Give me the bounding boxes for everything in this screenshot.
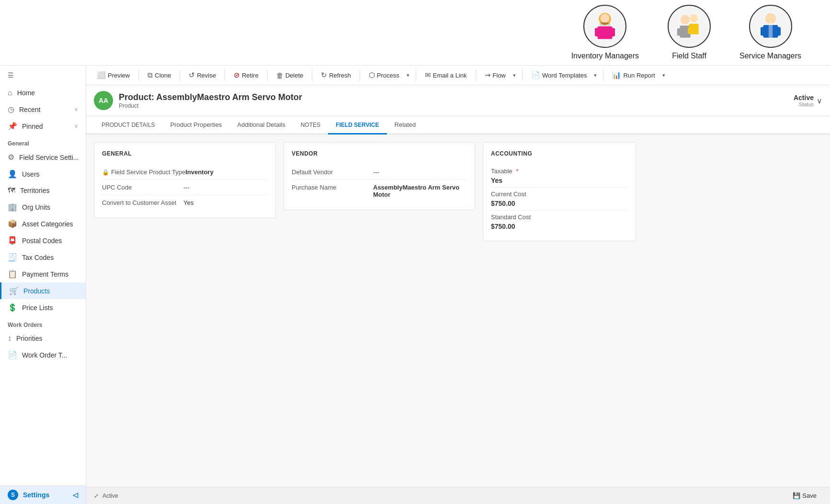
toolbar-sep-4	[267, 69, 268, 81]
clone-icon: ⧉	[148, 71, 153, 79]
sidebar-item-territories[interactable]: 🗺 Territories	[0, 182, 86, 199]
sidebar-item-label: Recent	[19, 106, 40, 113]
word-templates-chevron[interactable]: ▾	[591, 70, 599, 81]
sidebar-item-label: Work Order T...	[22, 351, 67, 359]
sidebar-item-priorities[interactable]: ↕ Priorities	[0, 330, 86, 347]
status-bar-right: 💾 Save	[787, 490, 822, 501]
record-title: Product: AssemblyMaestro Arm Servo Motor	[119, 92, 302, 102]
tab-product-details[interactable]: PRODUCT DETAILS	[94, 117, 163, 134]
products-icon: 🛒	[9, 286, 19, 295]
flow-button[interactable]: ⇝ Flow	[480, 68, 511, 82]
record-header: AA Product: AssemblyMaestro Arm Servo Mo…	[86, 85, 830, 116]
tab-product-properties[interactable]: Product Properties	[163, 116, 230, 134]
run-report-chevron[interactable]: ▾	[660, 70, 668, 81]
expand-icon: ∨	[74, 123, 78, 129]
svg-rect-18	[768, 25, 772, 38]
sidebar-item-tax-codes[interactable]: 🧾 Tax Codes	[0, 249, 86, 266]
flow-icon: ⇝	[485, 71, 491, 79]
tab-related[interactable]: Related	[387, 116, 424, 134]
sidebar-item-pinned[interactable]: 📌 Pinned ∨	[0, 118, 86, 134]
sidebar-item-asset-categories[interactable]: 📦 Asset Categories	[0, 215, 86, 232]
flow-button-group[interactable]: ⇝ Flow ▾	[480, 68, 518, 82]
tab-label: PRODUCT DETAILS	[102, 122, 155, 128]
sidebar-item-work-order-types[interactable]: 📄 Work Order T...	[0, 347, 86, 363]
sidebar-item-home[interactable]: ⌂ Home	[0, 85, 86, 101]
sidebar-item-postal-codes[interactable]: 📮 Postal Codes	[0, 232, 86, 249]
tab-bar: PRODUCT DETAILS Product Properties Addit…	[86, 116, 830, 134]
sidebar-item-org-units[interactable]: 🏢 Org Units	[0, 199, 86, 215]
clone-label: Clone	[155, 72, 171, 79]
preview-icon: ⬜	[97, 71, 106, 79]
word-templates-button-group[interactable]: 📄 Word Templates ▾	[526, 68, 599, 82]
standard-cost-value: $750.00	[491, 223, 628, 230]
status-bar-left: ⤢ Active	[94, 493, 118, 499]
save-icon: 💾	[793, 492, 800, 499]
email-link-label: Email a Link	[433, 72, 467, 79]
record-status-area: Active Status ∨	[794, 94, 822, 107]
svg-rect-17	[776, 27, 780, 35]
persona-avatar-field-staff	[668, 5, 711, 48]
sidebar-item-recent[interactable]: ◷ Recent ∨	[0, 101, 86, 118]
taxable-value: Yes	[491, 177, 628, 184]
retire-button[interactable]: ⊘ Retire	[229, 68, 263, 82]
price-lists-icon: 💲	[8, 303, 17, 312]
purchase-name-row: Purchase Name AssemblyMaestro Arm Servo …	[292, 180, 467, 202]
delete-button[interactable]: 🗑 Delete	[272, 69, 308, 82]
required-indicator: *	[516, 168, 518, 175]
default-vendor-label: Default Vendor	[292, 168, 373, 176]
purchase-name-label: Purchase Name	[292, 184, 373, 191]
svg-rect-1	[598, 26, 613, 39]
retire-label: Retire	[242, 72, 259, 79]
run-report-button[interactable]: 📊 Run Report	[607, 68, 659, 82]
org-units-icon: 🏢	[8, 202, 17, 212]
sidebar-item-settings[interactable]: S Settings ◁	[0, 485, 86, 504]
sidebar-item-payment-terms[interactable]: 📋 Payment Terms	[0, 266, 86, 282]
tab-label: NOTES	[301, 122, 320, 128]
process-chevron[interactable]: ▾	[404, 70, 412, 81]
sidebar-item-label: Users	[22, 170, 40, 178]
status-dropdown-button[interactable]: ∨	[817, 96, 822, 105]
sidebar-item-price-lists[interactable]: 💲 Price Lists	[0, 299, 86, 316]
clone-button[interactable]: ⧉ Clone	[143, 68, 176, 82]
general-card: GENERAL 🔒 Field Service Product Type Inv…	[94, 142, 276, 218]
current-cost-label: Current Cost	[491, 190, 628, 198]
settings-chevron-icon: ◁	[73, 491, 78, 499]
hamburger-menu[interactable]: ☰	[0, 66, 86, 85]
sidebar-item-users[interactable]: 👤 Users	[0, 166, 86, 182]
process-button-group[interactable]: ⬡ Process ▾	[364, 68, 412, 82]
svg-rect-3	[611, 28, 615, 37]
payment-terms-icon: 📋	[8, 269, 17, 279]
preview-button[interactable]: ⬜ Preview	[92, 68, 135, 82]
tab-notes[interactable]: NOTES	[293, 117, 328, 134]
sidebar-item-label: Home	[17, 89, 35, 97]
revise-button[interactable]: ↺ Revise	[184, 68, 221, 82]
work-order-types-icon: 📄	[8, 350, 17, 359]
sidebar-item-label: Payment Terms	[22, 270, 68, 278]
flow-chevron[interactable]: ▾	[511, 70, 518, 81]
svg-point-6	[681, 15, 690, 24]
pin-icon: 📌	[8, 122, 17, 131]
delete-icon: 🗑	[276, 71, 284, 79]
sidebar: ☰ ⌂ Home ◷ Recent ∨ 📌 Pinned ∨ General ⚙…	[0, 66, 86, 504]
toolbar-sep-10	[603, 69, 603, 81]
save-button[interactable]: 💾 Save	[787, 490, 822, 501]
email-link-button[interactable]: ✉ Email a Link	[420, 68, 472, 82]
toolbar-sep-9	[522, 69, 523, 81]
record-status-label: Status	[799, 101, 814, 107]
tab-additional-details[interactable]: Additional Details	[229, 116, 293, 134]
process-button[interactable]: ⬡ Process	[364, 68, 404, 82]
word-templates-button[interactable]: 📄 Word Templates	[526, 68, 591, 82]
default-vendor-row: Default Vendor ---	[292, 165, 467, 180]
sidebar-item-label: Postal Codes	[22, 237, 62, 245]
delete-label: Delete	[285, 72, 304, 79]
sidebar-item-field-service-settings[interactable]: ⚙ Field Service Setti...	[0, 149, 86, 166]
tab-field-service[interactable]: FIELD SERVICE	[328, 117, 387, 134]
run-report-button-group[interactable]: 📊 Run Report ▾	[607, 68, 667, 82]
vendor-card: VENDOR Default Vendor --- Purchase Name …	[284, 142, 475, 210]
sidebar-item-products[interactable]: 🛒 Products	[0, 282, 86, 299]
refresh-button[interactable]: ↻ Refresh	[316, 68, 356, 82]
persona-inventory-managers: Inventory Managers	[571, 5, 639, 60]
current-cost-field: Current Cost $750.00	[491, 188, 628, 211]
persona-avatar-inventory	[583, 5, 626, 48]
tab-label: Related	[395, 121, 416, 128]
